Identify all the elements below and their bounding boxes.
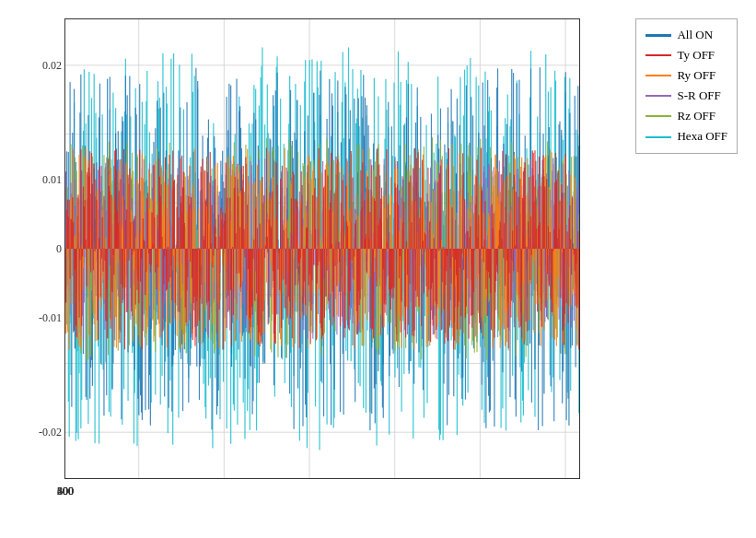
svg-rect-3242 — [171, 249, 172, 300]
svg-rect-3139 — [87, 249, 87, 287]
svg-rect-3169 — [111, 195, 112, 249]
svg-rect-3551 — [427, 168, 428, 249]
svg-rect-2877 — [383, 196, 384, 249]
svg-rect-3233 — [164, 249, 165, 256]
svg-rect-3352 — [262, 249, 263, 311]
svg-rect-3329 — [244, 229, 245, 249]
svg-rect-3307 — [226, 162, 227, 249]
svg-rect-3717 — [565, 154, 566, 249]
svg-rect-3221 — [154, 217, 155, 249]
svg-rect-3569 — [443, 247, 444, 249]
svg-rect-3292 — [213, 249, 214, 255]
svg-rect-3482 — [370, 249, 371, 328]
svg-rect-3545 — [423, 240, 424, 249]
svg-rect-3206 — [142, 249, 143, 349]
svg-rect-2581 — [137, 228, 138, 249]
svg-rect-3257 — [184, 223, 185, 249]
svg-rect-3218 — [152, 213, 153, 249]
svg-rect-3429 — [326, 249, 327, 271]
svg-rect-3114 — [65, 249, 66, 302]
svg-rect-3357 — [267, 237, 268, 249]
svg-rect-3524 — [405, 249, 406, 337]
legend-color-rz-off — [646, 115, 671, 117]
svg-rect-3642 — [503, 249, 504, 258]
svg-rect-3552 — [428, 249, 429, 290]
svg-rect-3319 — [236, 233, 237, 249]
svg-rect-3372 — [279, 249, 280, 290]
svg-rect-3225 — [157, 249, 158, 267]
chart-legend: All ON Ty OFF Ry OFF S-R OFF Rz OFF Hexa… — [635, 18, 738, 154]
svg-rect-3341 — [253, 240, 254, 249]
svg-rect-2331 — [444, 246, 445, 249]
svg-rect-3462 — [354, 249, 355, 257]
svg-rect-3195 — [133, 221, 134, 249]
svg-rect-3476 — [366, 234, 366, 249]
svg-rect-3285 — [207, 172, 208, 249]
svg-rect-2098 — [251, 165, 252, 249]
svg-rect-3733 — [578, 249, 579, 349]
svg-rect-3027 — [507, 175, 508, 249]
svg-rect-3419 — [319, 148, 320, 249]
svg-rect-3189 — [127, 175, 128, 249]
svg-rect-3287 — [209, 249, 210, 320]
svg-rect-3529 — [409, 249, 410, 284]
legend-color-all-on — [646, 34, 671, 37]
svg-rect-3655 — [514, 175, 515, 249]
svg-rect-3022 — [503, 249, 504, 325]
svg-rect-3356 — [266, 148, 267, 249]
svg-rect-3245 — [174, 180, 175, 249]
svg-rect-2963 — [454, 190, 455, 249]
svg-rect-3194 — [132, 249, 133, 255]
svg-rect-3701 — [552, 249, 552, 312]
svg-rect-3579 — [451, 249, 452, 284]
svg-rect-3288 — [210, 152, 211, 249]
svg-rect-3731 — [576, 249, 577, 308]
svg-rect-3379 — [285, 249, 286, 285]
svg-rect-3238 — [169, 249, 169, 282]
svg-rect-3593 — [462, 153, 463, 249]
svg-rect-3316 — [233, 249, 234, 315]
svg-rect-3676 — [531, 249, 532, 255]
svg-rect-3671 — [527, 249, 528, 332]
svg-rect-3725 — [572, 198, 573, 249]
svg-rect-3188 — [127, 249, 128, 312]
svg-rect-2945 — [439, 249, 440, 288]
svg-rect-2707 — [242, 249, 243, 281]
svg-rect-3694 — [546, 179, 547, 249]
svg-rect-3290 — [211, 205, 212, 249]
svg-rect-3342 — [254, 249, 255, 301]
svg-rect-3702 — [552, 249, 553, 251]
svg-rect-3525 — [406, 241, 407, 249]
svg-rect-2600 — [153, 249, 154, 342]
svg-rect-3664 — [521, 249, 522, 338]
svg-rect-3353 — [263, 195, 264, 249]
svg-rect-3167 — [110, 192, 110, 249]
svg-rect-3363 — [272, 192, 273, 249]
svg-rect-3447 — [342, 249, 343, 317]
svg-rect-3108 — [575, 177, 576, 249]
svg-rect-3127 — [76, 249, 77, 337]
svg-rect-3695 — [547, 249, 548, 274]
svg-rect-3236 — [167, 249, 168, 289]
svg-rect-3224 — [157, 215, 157, 249]
svg-rect-3374 — [281, 249, 282, 328]
svg-rect-3046 — [523, 249, 524, 285]
svg-rect-3449 — [343, 216, 344, 249]
svg-rect-3710 — [559, 201, 560, 249]
svg-rect-3683 — [537, 249, 538, 311]
svg-rect-3675 — [530, 216, 531, 249]
svg-rect-3119 — [69, 249, 70, 279]
svg-rect-2551 — [112, 198, 113, 249]
svg-rect-3438 — [334, 193, 335, 249]
svg-rect-2522 — [88, 249, 89, 334]
svg-rect-3178 — [119, 191, 120, 249]
y-tick-0: 0 — [56, 242, 62, 256]
svg-rect-3315 — [232, 247, 233, 249]
svg-rect-3620 — [484, 201, 485, 249]
y-tick-n0.01: -0.01 — [39, 310, 62, 324]
svg-rect-3649 — [508, 249, 509, 273]
svg-rect-3635 — [497, 249, 498, 274]
legend-label-ty-off: Ty OFF — [677, 45, 715, 65]
svg-rect-3333 — [247, 205, 248, 249]
svg-rect-3673 — [529, 177, 529, 249]
